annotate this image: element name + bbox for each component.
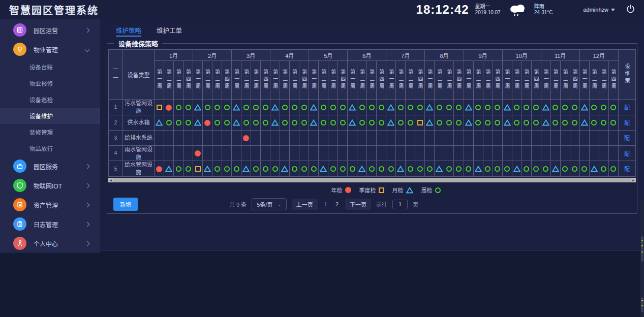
sidebar-subitem[interactable]: 设备维护 (0, 108, 100, 124)
table-row: 1污水管网设施配 (109, 100, 636, 115)
monthly-check-symbol (204, 166, 211, 172)
scroll-right-icon[interactable]: ▸ (631, 178, 636, 182)
week-header: 第四周 (183, 61, 193, 100)
goto-page-input[interactable] (392, 200, 408, 209)
schedule-cell (212, 115, 222, 130)
schedule-cell (512, 100, 522, 115)
corner-header: —— (109, 50, 123, 100)
quarterly-check-symbol (417, 120, 423, 125)
page-number-1[interactable]: 1 (323, 201, 329, 207)
schedule-cell (425, 100, 435, 115)
schedule-cell (348, 130, 357, 145)
schedule-cell (377, 115, 386, 130)
weekly-check-symbol (253, 120, 259, 125)
week-header: 第二周 (203, 61, 212, 100)
weekly-check-symbol (446, 120, 452, 125)
configure-link[interactable]: 配 (624, 120, 630, 126)
scroll-left-icon[interactable]: ◂ (108, 178, 113, 182)
schedule-cell (290, 130, 299, 145)
schedule-cell (183, 130, 193, 145)
prev-page-button[interactable]: 上一页 (292, 199, 318, 210)
add-button[interactable]: 新增 (113, 198, 138, 211)
month-header: 11月 (541, 50, 579, 61)
sidebar-item-park-service[interactable]: 园区服务 (0, 156, 100, 176)
horizontal-scrollbar[interactable]: ◂ ▸ (108, 178, 636, 182)
monthly-check-symbol (475, 166, 482, 172)
weekly-check-symbol (330, 166, 336, 172)
maintenance-panel: 设备维保策略 ——设备类型1月2月3月4月5月6月7月8月9月10月11月12月… (107, 39, 637, 214)
weekly-check-symbol (263, 105, 268, 110)
sidebar-subitem[interactable]: 物品放行 (0, 140, 100, 156)
schedule-cell (522, 145, 531, 161)
page-number-2[interactable]: 2 (334, 201, 340, 207)
power-icon[interactable] (626, 5, 635, 15)
sidebar-subitem[interactable]: 设备台账 (0, 59, 100, 75)
tab[interactable]: 维护工单 (157, 25, 182, 37)
sidebar-item-park-operation[interactable]: 园区运营 (0, 20, 100, 40)
sidebar-item-property-management[interactable]: 物业管理 (0, 40, 100, 59)
schedule-cell (473, 145, 483, 161)
week-header: 第四周 (608, 61, 618, 100)
annual-check-symbol (345, 187, 351, 193)
chevron-right-icon (85, 183, 90, 188)
schedule-cell (241, 115, 251, 130)
weekly-check-symbol (562, 105, 568, 110)
iot-icon (13, 179, 26, 192)
weekly-check-symbol (253, 166, 259, 172)
schedule-cell (357, 130, 367, 145)
next-page-button[interactable]: 下一页 (345, 199, 371, 210)
schedule-cell (493, 115, 502, 130)
sidebar-subitem[interactable]: 物业报修 (0, 75, 100, 91)
schedule-cell (193, 100, 203, 115)
schedule-cell (444, 130, 454, 145)
scrollbar-thumb[interactable] (113, 178, 631, 182)
weekly-check-symbol (205, 105, 210, 110)
configure-link[interactable]: 配 (624, 151, 630, 157)
week-header: 第四周 (338, 61, 348, 100)
schedule-cell (222, 145, 232, 161)
schedule-cell (550, 100, 560, 115)
topbar: 智慧园区管理系统 18:12:42 星期一 2019.10.07 阵雨 24- (0, 0, 644, 19)
schedule-cell (579, 100, 589, 115)
user-menu[interactable]: adminhzw (583, 7, 615, 13)
week-header: 第三周 (522, 61, 531, 100)
schedule-cell (473, 115, 483, 130)
schedule-cell (608, 115, 618, 130)
schedule-cell (164, 130, 174, 145)
weekly-check-symbol (176, 166, 181, 172)
schedule-cell (483, 100, 493, 115)
sidebar-item-asset-management[interactable]: 资产管理 (0, 195, 100, 214)
tab[interactable]: 维护策略 (116, 25, 141, 37)
month-header: 8月 (425, 50, 464, 61)
schedule-cell (309, 145, 319, 161)
sidebar-item-log-management[interactable]: 日志管理 (0, 214, 100, 234)
page-size-select[interactable]: 5条/页⌄ (252, 198, 287, 210)
schedule-cell (454, 100, 464, 115)
schedule-cell (435, 145, 444, 161)
configure-link[interactable]: 配 (624, 135, 630, 141)
schedule-cell (425, 130, 435, 145)
week-header: 第一周 (348, 61, 357, 100)
schedule-cell (541, 100, 550, 115)
schedule-cell (415, 130, 425, 145)
weekly-check-symbol (591, 120, 597, 125)
weekly-check-symbol (330, 105, 336, 110)
configure-link[interactable]: 配 (624, 166, 630, 172)
weekly-check-symbol (224, 105, 230, 110)
schedule-cell (319, 145, 328, 161)
sidebar-subitem[interactable]: 设备巡检 (0, 91, 100, 108)
table-footer: 新增 共 9 条5条/页⌄上一页12下一页前往页 (108, 198, 636, 210)
schedule-cell (183, 100, 193, 115)
sidebar-subitem-label: 设备台账 (29, 63, 53, 71)
sidebar-subitem[interactable]: 装修管理 (0, 124, 100, 140)
schedule-cell (396, 145, 406, 161)
schedule-cell (608, 145, 618, 161)
week-header: 第四周 (222, 61, 232, 100)
sidebar-item-profile[interactable]: 个人中心 (0, 234, 100, 253)
monthly-check-symbol (552, 166, 559, 172)
configure-link[interactable]: 配 (624, 105, 630, 111)
edge-scrollbar[interactable] (640, 200, 644, 317)
sidebar-item-iot[interactable]: 物联网IOT (0, 176, 100, 195)
schedule-cell (328, 130, 338, 145)
schedule-cell (280, 145, 290, 161)
